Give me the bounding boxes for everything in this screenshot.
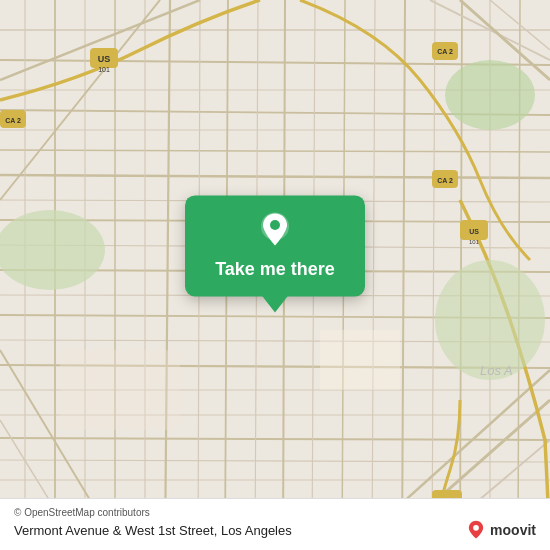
moovit-logo: moovit [466,520,536,540]
map-container: US 101 CA 2 CA 2 CA 2 US 101 CA 110 Los … [0,0,550,550]
svg-point-74 [473,525,479,531]
svg-text:CA 2: CA 2 [5,117,21,124]
map-attribution: © OpenStreetMap contributors [14,507,536,518]
svg-point-51 [0,210,105,290]
svg-rect-55 [60,350,180,430]
svg-point-53 [435,260,545,380]
svg-point-73 [270,220,280,230]
moovit-text: moovit [490,522,536,538]
svg-rect-54 [320,330,400,390]
svg-text:Los A: Los A [480,363,513,378]
address-row: Vermont Avenue & West 1st Street, Los An… [14,520,536,540]
svg-point-52 [445,60,535,130]
moovit-pin-icon [466,520,486,540]
svg-text:CA 2: CA 2 [437,177,453,184]
svg-text:CA 2: CA 2 [437,48,453,55]
svg-text:US: US [469,228,479,235]
bottom-bar: © OpenStreetMap contributors Vermont Ave… [0,498,550,550]
cta-pointer-triangle [261,294,289,312]
cta-button-container: Take me there [185,195,365,312]
cta-label: Take me there [215,259,335,280]
svg-text:101: 101 [469,239,480,245]
svg-text:101: 101 [98,66,110,73]
location-pin-icon [257,213,293,249]
take-me-there-button[interactable]: Take me there [185,195,365,296]
svg-text:US: US [98,54,111,64]
address-text: Vermont Avenue & West 1st Street, Los An… [14,523,292,538]
